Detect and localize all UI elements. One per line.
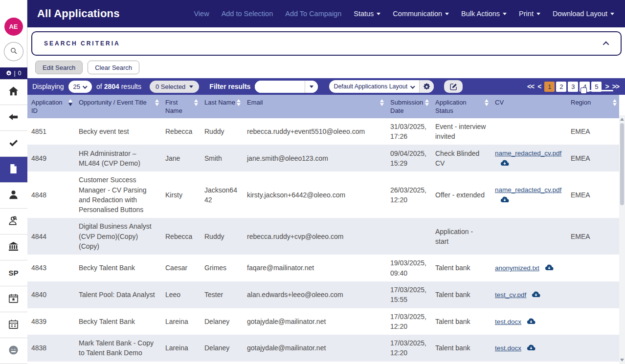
table-row[interactable]: 4849 HR Administrator – ML484 (CVP Demo)…: [27, 145, 619, 171]
nav-add-to-selection[interactable]: Add to Selection: [222, 10, 273, 18]
sidebar-search-button[interactable]: [4, 42, 23, 61]
sort-icon[interactable]: [68, 99, 72, 106]
filter-input-dropdown[interactable]: [305, 81, 318, 93]
edit-search-button[interactable]: Edit Search: [35, 61, 83, 74]
column-header[interactable]: Email: [243, 95, 386, 118]
column-header[interactable]: Opportunity / Event Title: [75, 95, 161, 118]
table-row[interactable]: 4843 Becky Talent Bank Caesar Grimes faq…: [27, 255, 619, 281]
column-header[interactable]: Region: [567, 95, 619, 118]
sort-icon[interactable]: [237, 99, 241, 106]
download-cv-icon[interactable]: [544, 263, 555, 272]
cell-first-name: Lareina: [161, 308, 201, 335]
sidebar-item-calendar[interactable]: [0, 312, 27, 338]
cell-opportunity-title: Mark Talent Bank - Copy to Talent Bank D…: [75, 335, 161, 362]
selection-counter[interactable]: | 0: [0, 67, 27, 79]
clear-search-button[interactable]: Clear Search: [88, 61, 139, 74]
column-header[interactable]: Submission Date: [386, 95, 431, 118]
layout-select[interactable]: Default Applications Layout: [329, 80, 419, 93]
filter-input-group: [255, 81, 318, 93]
sidebar-item-candidates[interactable]: [0, 183, 27, 209]
chevron-up-icon[interactable]: [603, 41, 609, 47]
cell-submission-date: 09/04/2025, 15:29: [386, 145, 431, 171]
cell-cv: test.docx: [491, 308, 567, 335]
edit-layout-button[interactable]: [444, 80, 463, 93]
column-header-label: Application ID: [31, 99, 63, 114]
download-cv-icon[interactable]: [526, 317, 536, 326]
sort-icon[interactable]: [613, 99, 617, 106]
cell-email: faqare@mailinator.net: [243, 255, 386, 281]
pagination-page-1[interactable]: 1: [544, 82, 555, 92]
table-row[interactable]: 4836 Sales Assistant Jane Smith jane.smi…: [27, 362, 619, 364]
avatar[interactable]: AE: [4, 18, 23, 36]
table-row[interactable]: 4851 Becky event test Rebecca Ruddy rebe…: [27, 118, 619, 145]
sidebar-item-back[interactable]: [0, 105, 27, 131]
sort-icon[interactable]: [485, 99, 489, 106]
cell-cv: test.docx: [491, 335, 567, 362]
sidebar-item-organisation[interactable]: [0, 235, 27, 260]
cell-last-name: Ruddy: [201, 118, 243, 145]
cv-link[interactable]: test.docx: [495, 344, 521, 352]
nav-download-layout-dropdown[interactable]: Download Layout: [553, 10, 614, 18]
sort-icon[interactable]: [425, 99, 429, 106]
pagination-page-2[interactable]: 2: [556, 82, 566, 92]
cv-link[interactable]: name_redacted_cv.pdf: [495, 150, 561, 157]
nav-add-to-campaign[interactable]: Add To Campaign: [285, 10, 341, 18]
sidebar-item-tasks[interactable]: [0, 131, 27, 157]
column-header[interactable]: Application ID: [27, 95, 75, 118]
column-header[interactable]: Application Status: [431, 95, 491, 118]
sidebar-item-candidate-search[interactable]: [0, 209, 27, 235]
table-row[interactable]: 4838 Mark Talent Bank - Copy to Talent B…: [27, 335, 619, 362]
counter-value: 0: [18, 70, 22, 77]
table-row[interactable]: 4848 Customer Success Manager - CV Parsi…: [27, 171, 619, 218]
nav-print-dropdown[interactable]: Print: [519, 10, 540, 18]
table-row[interactable]: 4844 Digital Business Analyst (CVP Demo)…: [27, 218, 619, 255]
download-cv-icon[interactable]: [499, 195, 510, 204]
cv-link[interactable]: name_redacted_cv.pdf: [495, 186, 561, 193]
sidebar-item-home[interactable]: [0, 79, 27, 105]
nav-communication-dropdown[interactable]: Communication: [393, 10, 449, 18]
cell-opportunity-title: Becky Talent Bank: [75, 255, 161, 281]
scroll-up-arrow-icon[interactable]: [620, 118, 624, 121]
sort-icon[interactable]: [155, 99, 159, 106]
cv-link[interactable]: test_cv.pdf: [495, 291, 526, 299]
sidebar-item-support[interactable]: [0, 338, 27, 364]
column-header[interactable]: First Name: [161, 95, 201, 118]
vertical-scrollbar[interactable]: [619, 115, 625, 364]
applications-table: Application IDOpportunity / Event TitleF…: [27, 95, 619, 364]
caret-down-icon: [445, 13, 449, 15]
nav-bulk-actions-dropdown[interactable]: Bulk Actions: [461, 10, 507, 18]
nav-view[interactable]: View: [194, 10, 209, 18]
cv-link[interactable]: test.docx: [495, 318, 521, 325]
search-criteria-section: SEARCH CRITERIA Edit Search Clear Search: [27, 27, 625, 74]
sort-icon[interactable]: [380, 99, 384, 106]
filter-input[interactable]: [255, 81, 305, 93]
filter-results-label: Filter results: [209, 83, 250, 90]
cv-link[interactable]: anonymized.txt: [495, 264, 539, 272]
search-criteria-panel[interactable]: SEARCH CRITERIA: [31, 31, 622, 56]
download-cv-icon[interactable]: [499, 159, 510, 168]
pagination-page-3[interactable]: 3: [568, 82, 578, 92]
download-cv-icon[interactable]: [526, 343, 536, 352]
scroll-down-arrow-icon[interactable]: [620, 359, 624, 362]
table-body: 4851 Becky event test Rebecca Ruddy rebe…: [27, 118, 619, 364]
gear-icon: [423, 83, 430, 90]
sidebar-item-applications[interactable]: [0, 157, 27, 183]
table-row[interactable]: 4839 Becky Talent Bank Lareina Delaney g…: [27, 308, 619, 335]
vertical-scrollbar-thumb[interactable]: [620, 123, 624, 205]
cell-region: [567, 255, 619, 281]
selected-dropdown[interactable]: 0 Selected: [150, 81, 199, 93]
sidebar-item-events[interactable]: [0, 286, 27, 312]
horizontal-scrollbar[interactable]: [581, 88, 613, 93]
sort-icon[interactable]: [194, 99, 198, 106]
pagination-first[interactable]: <<: [527, 83, 534, 90]
page-size-select[interactable]: 25: [68, 81, 92, 93]
nav-status-dropdown[interactable]: Status: [354, 10, 380, 18]
table-row[interactable]: 4840 Talent Pool: Data Analyst Leeo Test…: [27, 281, 619, 308]
horizontal-scrollbar-thumb[interactable]: [581, 88, 586, 93]
download-cv-icon[interactable]: [531, 290, 541, 299]
layout-settings-button[interactable]: [419, 80, 434, 93]
sidebar-item-sp[interactable]: SP: [0, 260, 27, 286]
displaying-label: Displaying: [32, 83, 64, 90]
column-header[interactable]: Last Name: [201, 95, 243, 118]
pagination-prev[interactable]: <: [537, 83, 541, 90]
